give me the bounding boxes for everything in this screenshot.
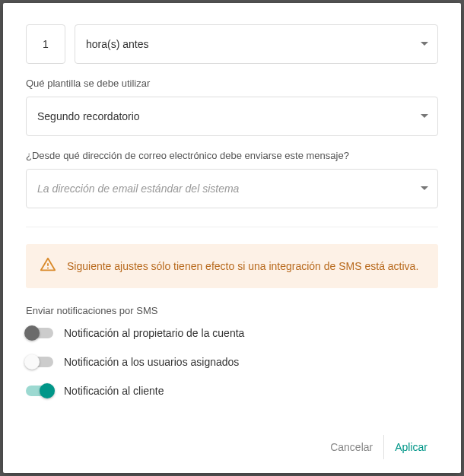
from-email-field: ¿Desde qué dirección de correo electróni…	[26, 150, 438, 208]
template-label: Qué plantilla se debe utilizar	[26, 78, 438, 89]
alert-text: Siguiente ajustes sólo tienen efecto si …	[67, 259, 418, 273]
from-email-select[interactable]: La dirección de email estándar del siste…	[26, 169, 438, 208]
toggle-row-client: Notificación al cliente	[26, 385, 438, 397]
divider	[26, 227, 438, 227]
svg-point-1	[47, 268, 49, 269]
chevron-down-icon	[421, 186, 428, 191]
toggle-owner[interactable]	[26, 328, 53, 338]
toggle-client-label: Notificación al cliente	[64, 385, 164, 397]
cancel-button[interactable]: Cancelar	[319, 435, 383, 459]
sms-section-label: Enviar notificaciones por SMS	[26, 305, 438, 316]
toggle-row-assigned: Notificación a los usuarios asignados	[26, 356, 438, 368]
chevron-down-icon	[421, 42, 428, 46]
reminder-settings-modal: hora(s) antes Qué plantilla se debe util…	[3, 3, 461, 473]
time-unit-value: hora(s) antes	[86, 38, 148, 50]
toggle-assigned-label: Notificación a los usuarios asignados	[64, 356, 239, 368]
toggle-row-owner: Notificación al propietario de la cuenta	[26, 327, 438, 339]
from-email-label: ¿Desde qué dirección de correo electróni…	[26, 150, 438, 161]
toggle-owner-label: Notificación al propietario de la cuenta	[64, 327, 244, 339]
template-field: Qué plantilla se debe utilizar Segundo r…	[26, 78, 438, 136]
time-row: hora(s) antes	[26, 24, 438, 64]
modal-footer: Cancelar Aplicar	[26, 420, 438, 459]
time-value-input[interactable]	[26, 24, 65, 64]
template-selected-value: Segundo recordatorio	[37, 110, 140, 122]
template-select[interactable]: Segundo recordatorio	[26, 97, 438, 136]
toggle-assigned[interactable]	[26, 357, 53, 367]
toggle-client[interactable]	[26, 386, 53, 396]
warning-icon	[40, 256, 56, 276]
from-email-placeholder: La dirección de email estándar del siste…	[37, 182, 239, 195]
apply-button[interactable]: Aplicar	[383, 435, 438, 459]
time-unit-select[interactable]: hora(s) antes	[75, 24, 438, 64]
sms-warning-alert: Siguiente ajustes sólo tienen efecto si …	[26, 244, 438, 288]
chevron-down-icon	[421, 114, 428, 119]
